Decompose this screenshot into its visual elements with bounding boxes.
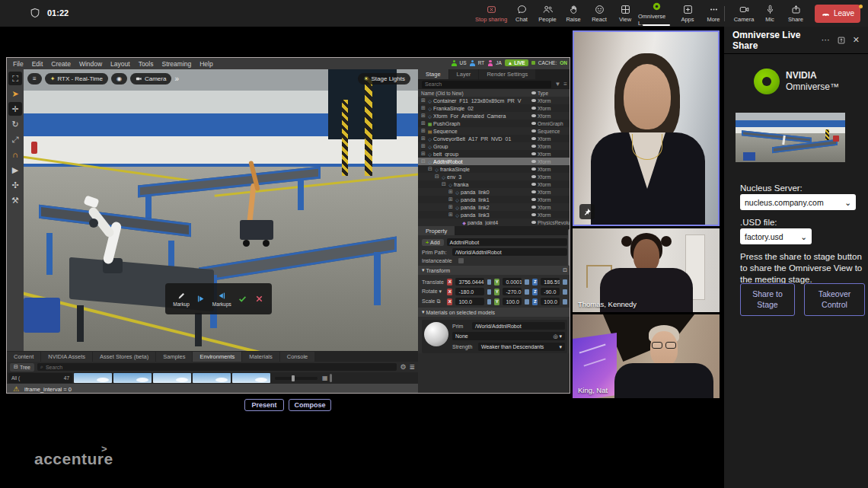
eye-icon[interactable] — [530, 221, 538, 224]
eye-icon[interactable] — [530, 190, 538, 193]
lock-toggle[interactable] — [525, 289, 529, 295]
lock-toggle[interactable] — [525, 299, 529, 305]
tree-row[interactable]: SequenceSequence — [418, 127, 570, 135]
tree-row[interactable]: env_3Xform — [418, 173, 570, 180]
menu-layout[interactable]: Layout — [110, 60, 130, 68]
react-button[interactable]: React — [586, 0, 612, 27]
expand-icon[interactable] — [420, 105, 426, 111]
collapse-icon[interactable] — [441, 181, 447, 187]
menu-edit[interactable]: Edit — [32, 60, 43, 68]
eye-icon[interactable] — [530, 137, 538, 140]
menu-window[interactable]: Window — [79, 60, 102, 68]
translate-x-field[interactable]: 3756.0444 — [455, 278, 483, 285]
lock-toggle[interactable] — [563, 279, 567, 285]
viewport[interactable]: ≡ ✦RTX - Real-Time ◉ Camera » ☀ Stage Li… — [24, 69, 418, 351]
thumbnail-size-slider[interactable] — [275, 377, 318, 380]
eye-icon[interactable] — [530, 198, 538, 201]
paint-tool-icon[interactable]: ⚒ — [8, 193, 22, 207]
lock-toggle[interactable] — [563, 289, 567, 295]
tree-row[interactable]: FrankaSingle_02Xform — [418, 104, 570, 112]
chat-button[interactable]: Chat — [509, 0, 535, 27]
tab-stage[interactable]: Stage — [418, 69, 448, 79]
eye-icon[interactable] — [530, 152, 538, 155]
tree-row[interactable]: panda_link2Xform — [418, 203, 570, 211]
expand-icon[interactable] — [420, 136, 426, 142]
environment-thumbnail[interactable] — [232, 373, 270, 383]
move-tool-icon[interactable]: ✛ — [8, 102, 22, 116]
rotate-y-field[interactable]: -270.0 — [503, 288, 522, 295]
gear-icon[interactable]: ⚙ — [400, 363, 406, 371]
tree-row[interactable]: frankaXform — [418, 180, 570, 188]
material-select[interactable]: None◎ ▾ — [452, 332, 565, 340]
expand-icon[interactable] — [448, 212, 454, 218]
lock-toggle[interactable] — [487, 289, 492, 295]
scale-y-field[interactable]: 100.0 — [503, 298, 522, 305]
transform-section-header[interactable]: ▾ Transform ⊡ — [418, 266, 570, 275]
expand-icon[interactable] — [420, 120, 426, 126]
eye-icon[interactable] — [530, 160, 538, 163]
environment-thumbnail[interactable] — [153, 373, 191, 383]
live-badge[interactable]: ▲LIVE — [505, 59, 528, 66]
tab-console[interactable]: Console — [280, 352, 315, 362]
expand-icon[interactable] — [448, 189, 454, 195]
scale-tool-icon[interactable]: ⤢ — [8, 132, 22, 146]
tree-row[interactable]: panda_link3Xform — [418, 211, 570, 218]
expand-icon[interactable] — [420, 151, 426, 157]
mic-button[interactable]: Mic — [757, 0, 783, 27]
omniverse-app-tab[interactable]: Omniverse L... — [638, 0, 675, 27]
markup-pencil-button[interactable]: Markup — [173, 291, 190, 307]
tree-row[interactable]: GroupXform — [418, 142, 570, 150]
stage-search-input[interactable]: Search — [422, 81, 551, 88]
eye-icon[interactable] — [530, 129, 538, 132]
rotate-x-field[interactable]: -180.0 — [455, 288, 483, 295]
takeover-control-button[interactable]: Takeover Control — [804, 283, 865, 316]
camera-button[interactable]: Camera — [731, 0, 757, 27]
tree-row[interactable]: Xform_For_Animated_CameraXform — [418, 112, 570, 120]
eye-icon[interactable] — [530, 145, 538, 148]
expand-icon[interactable] — [420, 97, 426, 104]
pinned-speaker-video[interactable] — [573, 30, 720, 226]
render-settings-button[interactable]: ◉ — [111, 73, 127, 85]
tree-row[interactable]: panda_link0Xform — [418, 188, 570, 196]
transform-search-icon[interactable]: ⊡ — [563, 267, 567, 273]
menu-help[interactable]: Help — [199, 60, 212, 68]
name-column-header[interactable]: Name (Old to New) — [421, 91, 530, 96]
camera-selector[interactable]: Camera — [130, 73, 171, 85]
materials-section-header[interactable]: ▾ Materials on selected models — [418, 308, 570, 317]
collapse-icon[interactable] — [427, 166, 433, 172]
viewport-menu-button[interactable]: ≡ — [27, 73, 42, 85]
tree-row[interactable]: Container_F11_123x80x89cm_PR_VXform — [418, 97, 570, 104]
expand-icon[interactable] — [420, 113, 426, 119]
leave-button[interactable]: Leave — [815, 5, 860, 23]
slider-handle[interactable] — [292, 375, 295, 381]
translate-z-field[interactable]: 186.5935 — [541, 278, 560, 285]
rotate-tool-icon[interactable]: ↻ — [8, 117, 22, 131]
tab-materials[interactable]: Materials — [242, 352, 279, 362]
markup-approve-button[interactable] — [238, 294, 247, 304]
markup-prev-button[interactable] — [196, 294, 206, 304]
collapse-icon[interactable] — [420, 158, 426, 164]
lock-toggle[interactable] — [563, 299, 567, 305]
material-prim-field[interactable]: /World/AddtnlRobot — [472, 322, 565, 330]
menu-streaming[interactable]: Streaming — [161, 60, 191, 68]
lock-toggle[interactable] — [487, 279, 492, 285]
eye-icon[interactable] — [530, 167, 538, 171]
view-button[interactable]: View — [612, 0, 638, 27]
menu-file[interactable]: File — [13, 60, 24, 68]
eye-icon[interactable] — [530, 99, 538, 102]
scale-z-field[interactable]: 100.0 — [541, 298, 560, 305]
stage-lights-button[interactable]: ☀ Stage Lights — [358, 73, 410, 85]
eye-icon[interactable] — [530, 175, 538, 178]
add-property-button[interactable]: +Add — [422, 239, 444, 246]
more-button[interactable]: More — [700, 0, 726, 27]
lock-toggle[interactable] — [525, 279, 529, 285]
translate-y-field[interactable]: 0.00012 — [503, 278, 522, 285]
present-button[interactable]: Present — [244, 399, 284, 411]
environment-thumbnail[interactable] — [74, 373, 112, 383]
rotate-z-field[interactable]: -90.0 — [541, 288, 560, 295]
expand-icon[interactable] — [448, 196, 454, 203]
share-to-stage-button[interactable]: Share to Stage — [740, 283, 795, 316]
participant-video-king[interactable]: King, Nat — [573, 314, 720, 398]
tab-environments[interactable]: Environments — [193, 352, 241, 362]
tree-row[interactable]: belt_groupXform — [418, 150, 570, 158]
